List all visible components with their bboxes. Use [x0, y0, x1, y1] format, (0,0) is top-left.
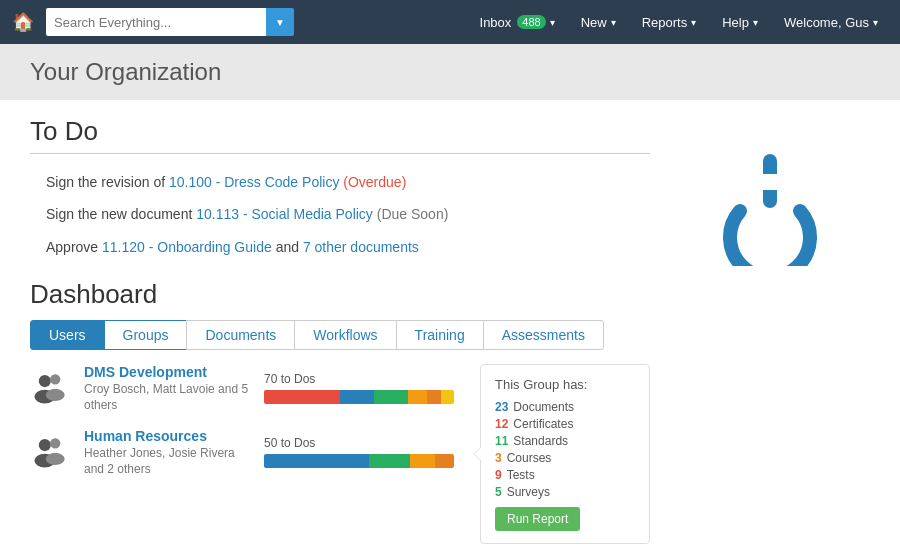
people-icon-2 [31, 436, 69, 468]
panel-item-surveys: 5 Surveys [495, 485, 635, 499]
group-1-bar-area: 70 to Dos [264, 372, 464, 404]
help-label: Help [722, 15, 749, 30]
panel-label-documents: Documents [513, 400, 574, 414]
bar-seg-red-1 [264, 390, 340, 404]
panel-item-certificates: 12 Certificates [495, 417, 635, 431]
new-button[interactable]: New ▾ [571, 11, 626, 34]
todo-2-link[interactable]: 10.113 - Social Media Policy [196, 206, 373, 222]
search-wrap [46, 8, 306, 36]
group-row-1: DMS Development Croy Bosch, Matt Lavoie … [30, 364, 464, 412]
panel-count-standards: 11 [495, 434, 508, 448]
todo-list: Sign the revision of 10.100 - Dress Code… [30, 166, 650, 263]
panel-label-standards: Standards [513, 434, 568, 448]
run-report-button[interactable]: Run Report [495, 507, 580, 531]
todo-2-status: (Due Soon) [377, 206, 449, 222]
inbox-arrow-icon: ▾ [550, 17, 555, 28]
group-2-members: Heather Jones, Josie Rivera and 2 others [84, 446, 235, 476]
power-icon [710, 146, 830, 266]
svg-point-7 [46, 453, 65, 465]
group-2-icon [30, 436, 70, 468]
tabs-bar: Users Groups Documents Workflows Trainin… [30, 320, 650, 350]
todo-1-link[interactable]: 10.100 - Dress Code Policy [169, 174, 339, 190]
panel-label-surveys: Surveys [507, 485, 550, 499]
todo-3-link[interactable]: 11.120 - Onboarding Guide [102, 239, 272, 255]
panel-label-courses: Courses [507, 451, 552, 465]
todo-3-link2[interactable]: 7 other documents [303, 239, 419, 255]
panel-count-courses: 3 [495, 451, 502, 465]
org-header: Your Organization [0, 44, 900, 100]
reports-arrow-icon: ▾ [691, 17, 696, 28]
power-icon-wrap [710, 146, 830, 266]
new-arrow-icon: ▾ [611, 17, 616, 28]
bar-seg-green-1 [374, 390, 408, 404]
main-content: Your Organization To Do Sign the revisio… [0, 44, 900, 550]
panel-item-courses: 3 Courses [495, 451, 635, 465]
bar-seg-orange-1 [408, 390, 427, 404]
search-input[interactable] [46, 8, 266, 36]
bar-seg-orange-2 [410, 454, 435, 468]
group-1-members: Croy Bosch, Matt Lavoie and 5 others [84, 382, 248, 412]
todo-item-3: Approve 11.120 - Onboarding Guide and 7 … [30, 231, 650, 263]
home-icon[interactable]: 🏠 [12, 11, 34, 33]
body-area: To Do Sign the revision of 10.100 - Dres… [0, 100, 900, 550]
tab-groups[interactable]: Groups [104, 320, 188, 350]
help-arrow-icon: ▾ [753, 17, 758, 28]
group-1-bar-label: 70 to Dos [264, 372, 464, 386]
todo-3-middle: and [276, 239, 303, 255]
bar-seg-darkorange-2 [435, 454, 454, 468]
tab-training[interactable]: Training [396, 320, 484, 350]
panel-label-certificates: Certificates [513, 417, 573, 431]
bar-seg-yellow-1 [441, 390, 454, 404]
svg-point-5 [50, 438, 60, 448]
group-panel: This Group has: 23 Documents 12 Certific… [480, 364, 650, 544]
tab-assessments[interactable]: Assessments [483, 320, 604, 350]
welcome-arrow-icon: ▾ [873, 17, 878, 28]
left-column: To Do Sign the revision of 10.100 - Dres… [30, 116, 650, 544]
panel-count-tests: 9 [495, 468, 502, 482]
panel-title: This Group has: [495, 377, 635, 392]
right-column [670, 116, 870, 544]
new-label: New [581, 15, 607, 30]
reports-label: Reports [642, 15, 688, 30]
bar-seg-green-2 [369, 454, 411, 468]
dashboard-section: Dashboard Users Groups Documents Workflo… [30, 279, 650, 544]
todo-3-prefix: Approve [46, 239, 102, 255]
tab-workflows[interactable]: Workflows [294, 320, 396, 350]
panel-item-documents: 23 Documents [495, 400, 635, 414]
inbox-button[interactable]: Inbox 488 ▾ [470, 11, 565, 34]
panel-count-surveys: 5 [495, 485, 502, 499]
tab-documents[interactable]: Documents [186, 320, 295, 350]
panel-count-documents: 23 [495, 400, 508, 414]
svg-rect-9 [763, 174, 777, 190]
org-title: Your Organization [30, 58, 870, 86]
reports-button[interactable]: Reports ▾ [632, 11, 707, 34]
todo-2-prefix: Sign the new document [46, 206, 196, 222]
todo-1-status: (Overdue) [343, 174, 406, 190]
inbox-label: Inbox [480, 15, 512, 30]
bar-seg-blue-1 [340, 390, 374, 404]
group-2-name[interactable]: Human Resources [84, 428, 250, 444]
welcome-button[interactable]: Welcome, Gus ▾ [774, 11, 888, 34]
todo-title: To Do [30, 116, 650, 154]
panel-item-standards: 11 Standards [495, 434, 635, 448]
group-2-info: Human Resources Heather Jones, Josie Riv… [84, 428, 250, 476]
panel-count-certificates: 12 [495, 417, 508, 431]
panel-label-tests: Tests [507, 468, 535, 482]
svg-point-1 [50, 374, 60, 384]
search-button[interactable] [266, 8, 294, 36]
todo-item-1: Sign the revision of 10.100 - Dress Code… [30, 166, 650, 198]
group-row-2: Human Resources Heather Jones, Josie Riv… [30, 428, 464, 476]
navbar: 🏠 Inbox 488 ▾ New ▾ Reports ▾ Help ▾ Wel… [0, 0, 900, 44]
tab-users[interactable]: Users [30, 320, 105, 350]
svg-point-4 [39, 439, 51, 451]
group-1-name[interactable]: DMS Development [84, 364, 250, 380]
group-1-icon [30, 372, 70, 404]
group-2-bar-label: 50 to Dos [264, 436, 464, 450]
help-button[interactable]: Help ▾ [712, 11, 768, 34]
panel-item-tests: 9 Tests [495, 468, 635, 482]
group-1-info: DMS Development Croy Bosch, Matt Lavoie … [84, 364, 250, 412]
bar-seg-blue-2 [264, 454, 369, 468]
todo-1-prefix: Sign the revision of [46, 174, 169, 190]
group-2-bar [264, 454, 454, 468]
groups-list: DMS Development Croy Bosch, Matt Lavoie … [30, 364, 464, 544]
